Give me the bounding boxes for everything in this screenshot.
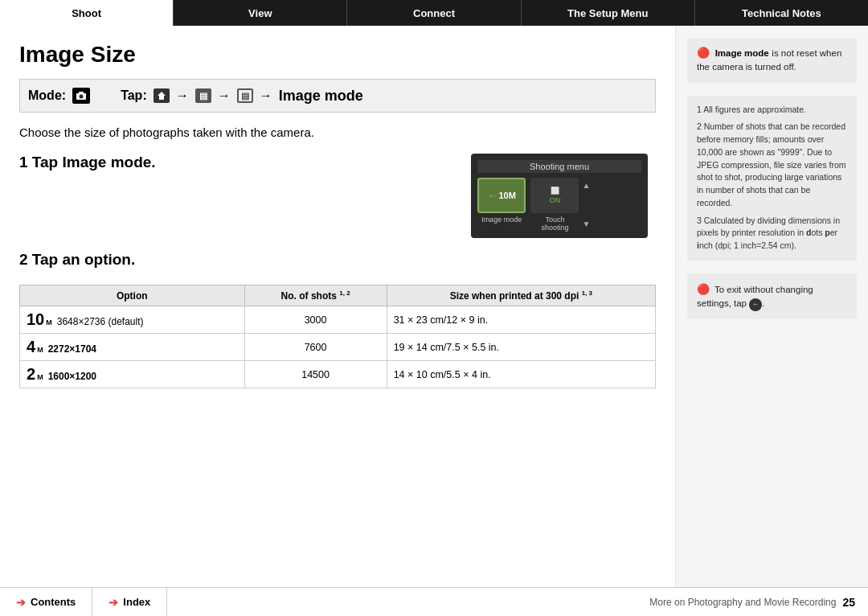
camera-screen-title: Shooting menu <box>477 160 641 173</box>
exit-note-box: 🔴 To exit without changing settings, tap… <box>687 273 857 319</box>
col-option: Option <box>20 285 245 306</box>
nav-setup-menu[interactable]: The Setup Menu <box>522 0 695 26</box>
bottom-navigation: ➔ Contents ➔ Index More on Photography a… <box>0 587 868 616</box>
footnote2: 2 Number of shots that can be recorded b… <box>697 121 847 209</box>
camera-screen-body: ← 10M Image mode ⬜ ON Touch shoot <box>477 178 579 232</box>
right-panel: 🔴 Image mode is not reset when the camer… <box>675 26 868 587</box>
index-arrow-icon: ➔ <box>108 596 118 609</box>
nav-view[interactable]: View <box>174 0 347 26</box>
bottom-nav-right: More on Photography and Movie Recording … <box>167 588 868 616</box>
spacer <box>101 88 109 105</box>
description: Choose the size of photographs taken wit… <box>19 125 656 139</box>
mode-label: Mode: <box>28 88 66 103</box>
index-button[interactable]: ➔ Index <box>92 588 167 616</box>
svg-marker-3 <box>158 92 166 100</box>
camera-option-image-mode: ← 10M Image mode <box>477 178 526 232</box>
menu-icon1: ▤ <box>195 88 211 103</box>
camera-icon <box>72 88 90 104</box>
contents-button[interactable]: ➔ Contents <box>0 588 92 616</box>
svg-rect-1 <box>79 92 84 94</box>
note-icon1: 🔴 <box>697 47 710 59</box>
shots-10m: 3000 <box>244 306 387 334</box>
table-row: 4M 2272×1704 7600 19 × 14 cm/7.5 × 5.5 i… <box>20 334 656 361</box>
touch-shooting-icon: ⬜ ON <box>530 178 579 213</box>
step1-right: Shooting menu ← 10M Image mode <box>471 154 656 238</box>
tap-label: Tap: <box>121 88 147 103</box>
option-10m: 10M 3648×2736 (default) <box>20 306 245 334</box>
shots-2m: 14500 <box>244 361 387 388</box>
nav-shoot[interactable]: Shoot <box>0 0 174 26</box>
size-10m: 31 × 23 cm/12 × 9 in. <box>387 306 655 334</box>
camera-option-touch: ⬜ ON Touch shooting <box>530 178 579 232</box>
footnote1: 1 All figures are approximate. <box>697 104 847 117</box>
step1-left: 1 Tap Image mode. <box>19 154 455 178</box>
table-row: 2M 1600×1200 14500 14 × 10 cm/5.5 × 4 in… <box>20 361 656 388</box>
scroll-down-icon: ▼ <box>583 220 591 228</box>
menu-icon2: ▤ <box>237 88 253 103</box>
arrow3: → <box>260 88 272 103</box>
back-button-icon: ← <box>749 298 762 311</box>
exit-note-icon: 🔴 <box>697 283 710 295</box>
nav-technical-notes[interactable]: Technical Notes <box>695 0 868 26</box>
image-mode-label: Image mode <box>279 88 363 105</box>
col-size: Size when printed at 300 dpi 1, 3 <box>387 285 655 306</box>
camera-screen: Shooting menu ← 10M Image mode <box>471 154 648 238</box>
image-mode-note-bold: Image mode <box>715 48 769 58</box>
mode-bar: Mode: Tap: → ▤ → ▤ → Image mode <box>19 79 656 113</box>
top-navigation: Shoot View Connect The Setup Menu Techni… <box>0 0 868 26</box>
main-content: Image Size Mode: Tap: → ▤ → ▤ → Image mo… <box>0 26 868 587</box>
arrow1: → <box>176 88 189 103</box>
arrow2: → <box>218 88 231 103</box>
svg-point-2 <box>80 95 84 99</box>
home-icon <box>154 88 170 103</box>
options-table: Option No. of shots 1, 2 Size when print… <box>19 285 656 388</box>
scroll-bar: ▲ ▼ <box>583 178 591 232</box>
index-label: Index <box>123 596 150 608</box>
option-4m: 4M 2272×1704 <box>20 334 245 361</box>
option-2m: 2M 1600×1200 <box>20 361 245 388</box>
step2-container: 2 Tap an option. <box>19 251 656 275</box>
contents-label: Contents <box>31 596 76 608</box>
page-title: Image Size <box>19 42 656 68</box>
footnotes-box: 1 All figures are approximate. 2 Number … <box>687 96 857 261</box>
exit-period: . <box>762 298 764 308</box>
left-panel: Image Size Mode: Tap: → ▤ → ▤ → Image mo… <box>0 26 675 587</box>
size-4m: 19 × 14 cm/7.5 × 5.5 in. <box>387 334 655 361</box>
step1-heading: 1 Tap Image mode. <box>19 154 455 171</box>
table-row: 10M 3648×2736 (default) 3000 31 × 23 cm/… <box>20 306 656 334</box>
page-number: 25 <box>842 596 855 609</box>
step1-container: 1 Tap Image mode. Shooting menu ← 10M <box>19 154 656 238</box>
footnote3: 3 Calculated by dividing dimensions in p… <box>697 215 847 253</box>
col-shots: No. of shots 1, 2 <box>244 285 387 306</box>
footer-text: More on Photography and Movie Recording <box>649 597 836 608</box>
shots-4m: 7600 <box>244 334 387 361</box>
touch-shooting-label: Touch shooting <box>530 216 579 232</box>
step2-heading: 2 Tap an option. <box>19 251 656 269</box>
image-mode-note-box: 🔴 Image mode is not reset when the camer… <box>687 39 857 83</box>
nav-connect[interactable]: Connect <box>347 0 521 26</box>
bottom-nav-left: ➔ Contents ➔ Index <box>0 588 167 616</box>
contents-arrow-icon: ➔ <box>16 596 26 609</box>
scroll-up-icon: ▲ <box>583 181 591 190</box>
size-2m: 14 × 10 cm/5.5 × 4 in. <box>387 361 655 388</box>
image-mode-option-label: Image mode <box>481 216 522 224</box>
image-mode-icon: ← 10M <box>477 178 526 213</box>
